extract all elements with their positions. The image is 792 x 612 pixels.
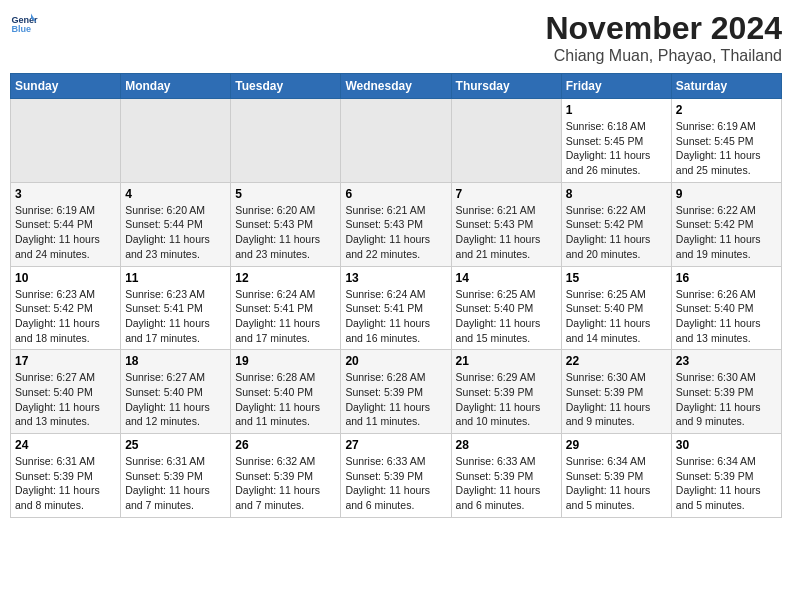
day-number: 29 [566,438,667,452]
calendar-cell: 20 Sunrise: 6:28 AMSunset: 5:39 PMDaylig… [341,350,451,434]
page-header: General Blue November 2024 Chiang Muan, … [10,10,782,65]
day-info: Sunrise: 6:21 AMSunset: 5:43 PMDaylight:… [345,203,446,262]
calendar-cell: 29 Sunrise: 6:34 AMSunset: 5:39 PMDaylig… [561,434,671,518]
calendar-week-row: 17 Sunrise: 6:27 AMSunset: 5:40 PMDaylig… [11,350,782,434]
calendar-cell: 9 Sunrise: 6:22 AMSunset: 5:42 PMDayligh… [671,182,781,266]
calendar-cell: 2 Sunrise: 6:19 AMSunset: 5:45 PMDayligh… [671,99,781,183]
calendar-cell: 10 Sunrise: 6:23 AMSunset: 5:42 PMDaylig… [11,266,121,350]
day-number: 12 [235,271,336,285]
calendar-cell: 14 Sunrise: 6:25 AMSunset: 5:40 PMDaylig… [451,266,561,350]
calendar-week-row: 10 Sunrise: 6:23 AMSunset: 5:42 PMDaylig… [11,266,782,350]
day-info: Sunrise: 6:33 AMSunset: 5:39 PMDaylight:… [345,454,446,513]
day-number: 3 [15,187,116,201]
day-info: Sunrise: 6:34 AMSunset: 5:39 PMDaylight:… [566,454,667,513]
calendar-cell: 27 Sunrise: 6:33 AMSunset: 5:39 PMDaylig… [341,434,451,518]
day-info: Sunrise: 6:31 AMSunset: 5:39 PMDaylight:… [15,454,116,513]
calendar-cell: 28 Sunrise: 6:33 AMSunset: 5:39 PMDaylig… [451,434,561,518]
day-number: 24 [15,438,116,452]
day-number: 19 [235,354,336,368]
weekday-header-cell: Saturday [671,74,781,99]
day-number: 23 [676,354,777,368]
day-number: 11 [125,271,226,285]
calendar-cell: 15 Sunrise: 6:25 AMSunset: 5:40 PMDaylig… [561,266,671,350]
day-number: 10 [15,271,116,285]
day-info: Sunrise: 6:18 AMSunset: 5:45 PMDaylight:… [566,119,667,178]
title-area: November 2024 Chiang Muan, Phayao, Thail… [545,10,782,65]
day-info: Sunrise: 6:30 AMSunset: 5:39 PMDaylight:… [676,370,777,429]
day-number: 8 [566,187,667,201]
svg-text:Blue: Blue [11,24,31,34]
calendar-cell: 24 Sunrise: 6:31 AMSunset: 5:39 PMDaylig… [11,434,121,518]
calendar-cell: 12 Sunrise: 6:24 AMSunset: 5:41 PMDaylig… [231,266,341,350]
weekday-header-cell: Friday [561,74,671,99]
day-info: Sunrise: 6:23 AMSunset: 5:42 PMDaylight:… [15,287,116,346]
day-info: Sunrise: 6:25 AMSunset: 5:40 PMDaylight:… [566,287,667,346]
calendar-cell [121,99,231,183]
day-number: 27 [345,438,446,452]
day-info: Sunrise: 6:22 AMSunset: 5:42 PMDaylight:… [676,203,777,262]
day-info: Sunrise: 6:28 AMSunset: 5:40 PMDaylight:… [235,370,336,429]
calendar-cell: 7 Sunrise: 6:21 AMSunset: 5:43 PMDayligh… [451,182,561,266]
calendar-cell: 6 Sunrise: 6:21 AMSunset: 5:43 PMDayligh… [341,182,451,266]
calendar-cell: 8 Sunrise: 6:22 AMSunset: 5:42 PMDayligh… [561,182,671,266]
weekday-header-cell: Wednesday [341,74,451,99]
month-title: November 2024 [545,10,782,47]
day-number: 20 [345,354,446,368]
calendar-cell: 16 Sunrise: 6:26 AMSunset: 5:40 PMDaylig… [671,266,781,350]
logo: General Blue [10,10,38,38]
calendar-cell [231,99,341,183]
day-info: Sunrise: 6:34 AMSunset: 5:39 PMDaylight:… [676,454,777,513]
calendar-week-row: 24 Sunrise: 6:31 AMSunset: 5:39 PMDaylig… [11,434,782,518]
day-info: Sunrise: 6:19 AMSunset: 5:44 PMDaylight:… [15,203,116,262]
day-info: Sunrise: 6:19 AMSunset: 5:45 PMDaylight:… [676,119,777,178]
day-info: Sunrise: 6:24 AMSunset: 5:41 PMDaylight:… [345,287,446,346]
day-info: Sunrise: 6:20 AMSunset: 5:44 PMDaylight:… [125,203,226,262]
day-number: 9 [676,187,777,201]
day-info: Sunrise: 6:33 AMSunset: 5:39 PMDaylight:… [456,454,557,513]
day-number: 7 [456,187,557,201]
day-number: 13 [345,271,446,285]
weekday-header-cell: Monday [121,74,231,99]
day-info: Sunrise: 6:32 AMSunset: 5:39 PMDaylight:… [235,454,336,513]
weekday-header-row: SundayMondayTuesdayWednesdayThursdayFrid… [11,74,782,99]
day-number: 5 [235,187,336,201]
calendar-cell: 13 Sunrise: 6:24 AMSunset: 5:41 PMDaylig… [341,266,451,350]
calendar-cell: 25 Sunrise: 6:31 AMSunset: 5:39 PMDaylig… [121,434,231,518]
calendar-table: SundayMondayTuesdayWednesdayThursdayFrid… [10,73,782,518]
calendar-cell: 23 Sunrise: 6:30 AMSunset: 5:39 PMDaylig… [671,350,781,434]
day-number: 18 [125,354,226,368]
calendar-cell: 18 Sunrise: 6:27 AMSunset: 5:40 PMDaylig… [121,350,231,434]
day-info: Sunrise: 6:24 AMSunset: 5:41 PMDaylight:… [235,287,336,346]
logo-icon: General Blue [10,10,38,38]
day-number: 1 [566,103,667,117]
day-number: 4 [125,187,226,201]
day-info: Sunrise: 6:28 AMSunset: 5:39 PMDaylight:… [345,370,446,429]
day-info: Sunrise: 6:30 AMSunset: 5:39 PMDaylight:… [566,370,667,429]
day-number: 22 [566,354,667,368]
day-number: 25 [125,438,226,452]
day-number: 15 [566,271,667,285]
day-number: 30 [676,438,777,452]
calendar-cell: 21 Sunrise: 6:29 AMSunset: 5:39 PMDaylig… [451,350,561,434]
day-info: Sunrise: 6:25 AMSunset: 5:40 PMDaylight:… [456,287,557,346]
day-info: Sunrise: 6:20 AMSunset: 5:43 PMDaylight:… [235,203,336,262]
calendar-cell: 5 Sunrise: 6:20 AMSunset: 5:43 PMDayligh… [231,182,341,266]
calendar-cell: 17 Sunrise: 6:27 AMSunset: 5:40 PMDaylig… [11,350,121,434]
calendar-cell: 19 Sunrise: 6:28 AMSunset: 5:40 PMDaylig… [231,350,341,434]
location-title: Chiang Muan, Phayao, Thailand [545,47,782,65]
day-info: Sunrise: 6:26 AMSunset: 5:40 PMDaylight:… [676,287,777,346]
calendar-cell: 30 Sunrise: 6:34 AMSunset: 5:39 PMDaylig… [671,434,781,518]
calendar-cell [451,99,561,183]
day-info: Sunrise: 6:23 AMSunset: 5:41 PMDaylight:… [125,287,226,346]
calendar-cell [11,99,121,183]
day-number: 2 [676,103,777,117]
weekday-header-cell: Thursday [451,74,561,99]
calendar-week-row: 1 Sunrise: 6:18 AMSunset: 5:45 PMDayligh… [11,99,782,183]
day-info: Sunrise: 6:27 AMSunset: 5:40 PMDaylight:… [125,370,226,429]
day-info: Sunrise: 6:22 AMSunset: 5:42 PMDaylight:… [566,203,667,262]
calendar-cell: 1 Sunrise: 6:18 AMSunset: 5:45 PMDayligh… [561,99,671,183]
day-number: 6 [345,187,446,201]
day-number: 14 [456,271,557,285]
weekday-header-cell: Sunday [11,74,121,99]
day-info: Sunrise: 6:31 AMSunset: 5:39 PMDaylight:… [125,454,226,513]
